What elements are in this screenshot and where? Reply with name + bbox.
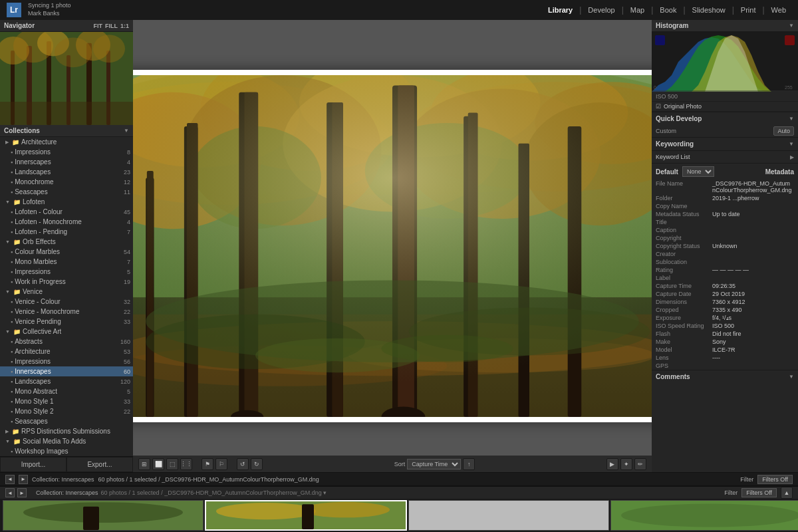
list-item[interactable]: ▪Seascapes: [0, 416, 133, 426]
svg-text:255: 255: [785, 85, 793, 90]
filmstrip-expand-btn[interactable]: ▲: [781, 487, 793, 499]
list-item[interactable]: ▪Seascapes 11: [0, 187, 133, 197]
quick-develop-title: Quick Develop: [656, 115, 702, 122]
list-item[interactable]: ▪Colour Marbles 54: [0, 247, 133, 257]
list-item[interactable]: ▼📁Social Media To Adds: [0, 436, 133, 446]
metadata-preset-label: Default: [656, 168, 678, 176]
list-item[interactable]: ▪Impressions 5: [0, 267, 133, 277]
keywording-header[interactable]: Keywording ▼: [652, 137, 798, 150]
list-item[interactable]: ▪Lofoten - Monochrome 4: [0, 217, 133, 227]
main-image: [133, 75, 652, 417]
sort-select[interactable]: Capture Time: [407, 459, 461, 469]
list-item[interactable]: ▼📁Collective Art: [0, 327, 133, 336]
metadata-header[interactable]: Default None Metadata: [652, 163, 798, 180]
filmstrip-nav-prev[interactable]: ◄: [5, 488, 15, 497]
list-item[interactable]: ▪Monochrome 12: [0, 177, 133, 187]
list-item[interactable]: ▪Workshop Images: [0, 446, 133, 456]
list-item[interactable]: ▼📁Venice: [0, 287, 133, 297]
list-item[interactable]: ▪Mono Marbles 7: [0, 257, 133, 267]
list-item[interactable]: ▪Work in Progress 19: [0, 277, 133, 287]
list-item[interactable]: ▪Abstracts 160: [0, 336, 133, 346]
nav-next-btn[interactable]: ►: [19, 475, 28, 484]
nav-print[interactable]: Print: [735, 0, 761, 20]
filmstrip-nav-next[interactable]: ►: [17, 488, 27, 497]
list-item[interactable]: ▪Architecture 53: [0, 346, 133, 356]
list-item[interactable]: ▪Mono Style 2 22: [0, 406, 133, 416]
collections-header[interactable]: Collections ▼: [0, 125, 133, 137]
histogram-header[interactable]: Histogram ▼: [652, 20, 798, 32]
metadata-gps-row: GPS: [652, 362, 798, 370]
nav-library[interactable]: Library: [543, 0, 578, 20]
list-item[interactable]: ▪Landscapes 120: [0, 376, 133, 386]
survey-btn[interactable]: ⋮⋮: [180, 458, 192, 470]
list-item[interactable]: ▪Venice Pending 33: [0, 317, 133, 327]
metadata-metastatus-row: Metadata Status Up to date: [652, 210, 798, 218]
list-item[interactable]: ▪Venice - Colour 32: [0, 297, 133, 307]
metadata-preset-select[interactable]: None: [682, 166, 714, 177]
comments-header[interactable]: Comments ▼: [652, 370, 798, 383]
list-item[interactable]: ▶📁RPS Distinctions Submissions: [0, 426, 133, 436]
svg-point-68: [23, 502, 183, 523]
sort-asc-btn[interactable]: ↑: [463, 458, 475, 470]
metadata-dimensions-row: Dimensions 7360 x 4912: [652, 298, 798, 306]
navigator-header[interactable]: Navigator FIT FILL 1:1: [0, 20, 133, 32]
list-item[interactable]: ▪Impressions 56: [0, 356, 133, 366]
filmstrip-filters-off-btn[interactable]: Filters Off: [741, 488, 777, 497]
film-thumb[interactable]: [610, 500, 798, 531]
import-button[interactable]: Import...: [0, 457, 66, 472]
collections-chevron: ▼: [124, 128, 129, 134]
sort-label: Sort: [394, 461, 406, 467]
painter-btn[interactable]: ✏: [634, 458, 646, 470]
nav-web[interactable]: Web: [766, 0, 791, 20]
filters-off-btn[interactable]: Filters Off: [757, 475, 793, 484]
grid-view-btn[interactable]: ⊞: [138, 458, 150, 470]
nav-preview-image: [0, 32, 133, 125]
nav-develop[interactable]: Develop: [583, 0, 620, 20]
nav-prev-btn[interactable]: ◄: [5, 475, 15, 484]
compare-btn[interactable]: ⬚: [166, 458, 178, 470]
nav-book[interactable]: Book: [654, 0, 682, 20]
flag-pick-btn[interactable]: ⚑: [201, 458, 213, 470]
export-button[interactable]: Export...: [66, 457, 133, 472]
metadata-cropped-row: Cropped 7335 x 490: [652, 306, 798, 314]
list-item[interactable]: ▪Lofoten - Colour 45: [0, 207, 133, 217]
slideshow-btn[interactable]: ▶: [606, 458, 618, 470]
list-item-innerscapes-selected[interactable]: ▪Innerscapes 60: [0, 366, 133, 376]
nav-slideshow[interactable]: Slideshow: [687, 0, 731, 20]
list-item[interactable]: ▪Lofoten - Pending 7: [0, 227, 133, 237]
nav-map[interactable]: Map: [625, 0, 650, 20]
import-export: Import... Export...: [0, 456, 133, 472]
svg-point-72: [302, 502, 390, 518]
rotate-right-btn[interactable]: ↻: [251, 458, 263, 470]
list-item[interactable]: ▼📁Lofoten: [0, 197, 133, 207]
quick-develop-header[interactable]: Quick Develop ▼: [652, 112, 798, 125]
right-panel: Histogram ▼ 0: [652, 20, 798, 472]
metadata-copyrightstatus-row: Copyright Status Unknown: [652, 242, 798, 250]
loupe-view-btn[interactable]: ⬜: [152, 458, 164, 470]
film-thumb[interactable]: [408, 500, 609, 531]
spray-btn[interactable]: ✦: [620, 458, 632, 470]
list-item[interactable]: ▪Mono Abstract 5: [0, 386, 133, 396]
auto-btn[interactable]: Auto: [773, 126, 794, 136]
metadata-flash-row: Flash Did not fire: [652, 330, 798, 338]
metadata-copyname-row: Copy Name: [652, 202, 798, 210]
histogram-area: 0 255: [652, 32, 798, 92]
list-item[interactable]: ▼📁Orb Effects: [0, 237, 133, 247]
metadata-creator-row: Creator: [652, 250, 798, 258]
film-thumb-selected[interactable]: [205, 500, 407, 531]
filter-text: Filter: [724, 489, 737, 496]
list-item[interactable]: ▪Impressions 8: [0, 147, 133, 157]
flag-reject-btn[interactable]: ⚐: [215, 458, 227, 470]
keyword-list-header[interactable]: Keyword List ▶: [652, 150, 798, 163]
list-item[interactable]: ▪Innerscapes 4: [0, 157, 133, 167]
film-thumb[interactable]: [3, 500, 203, 531]
list-item[interactable]: ▪Mono Style 1 33: [0, 396, 133, 406]
list-item[interactable]: ▪Landscapes 23: [0, 167, 133, 177]
rotate-left-btn[interactable]: ↺: [237, 458, 249, 470]
list-item[interactable]: ▶📁Architecture: [0, 137, 133, 147]
svg-rect-73: [302, 504, 314, 529]
metadata-rating-row: Rating — — — — —: [652, 266, 798, 274]
metadata-iso-row: ISO Speed Rating ISO 500: [652, 322, 798, 330]
collection-info: Collection: Innerscapes: [32, 476, 94, 483]
list-item[interactable]: ▪Venice - Monochrome 22: [0, 307, 133, 317]
